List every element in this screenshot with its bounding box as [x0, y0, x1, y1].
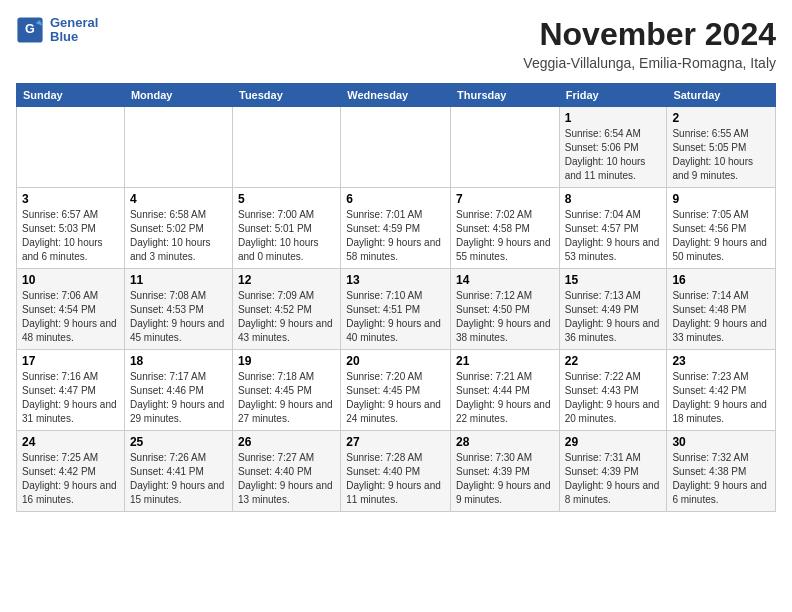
day-number: 10 [22, 273, 119, 287]
day-cell: 13Sunrise: 7:10 AM Sunset: 4:51 PM Dayli… [341, 269, 451, 350]
day-number: 24 [22, 435, 119, 449]
day-cell: 7Sunrise: 7:02 AM Sunset: 4:58 PM Daylig… [450, 188, 559, 269]
day-number: 20 [346, 354, 445, 368]
day-info: Sunrise: 7:05 AM Sunset: 4:56 PM Dayligh… [672, 208, 770, 264]
day-info: Sunrise: 7:09 AM Sunset: 4:52 PM Dayligh… [238, 289, 335, 345]
day-info: Sunrise: 7:08 AM Sunset: 4:53 PM Dayligh… [130, 289, 227, 345]
day-number: 6 [346, 192, 445, 206]
day-cell: 15Sunrise: 7:13 AM Sunset: 4:49 PM Dayli… [559, 269, 667, 350]
day-info: Sunrise: 7:17 AM Sunset: 4:46 PM Dayligh… [130, 370, 227, 426]
day-number: 18 [130, 354, 227, 368]
header-saturday: Saturday [667, 84, 776, 107]
day-info: Sunrise: 7:01 AM Sunset: 4:59 PM Dayligh… [346, 208, 445, 264]
week-row-1: 1Sunrise: 6:54 AM Sunset: 5:06 PM Daylig… [17, 107, 776, 188]
day-cell: 20Sunrise: 7:20 AM Sunset: 4:45 PM Dayli… [341, 350, 451, 431]
calendar-body: 1Sunrise: 6:54 AM Sunset: 5:06 PM Daylig… [17, 107, 776, 512]
day-cell: 25Sunrise: 7:26 AM Sunset: 4:41 PM Dayli… [124, 431, 232, 512]
day-cell: 24Sunrise: 7:25 AM Sunset: 4:42 PM Dayli… [17, 431, 125, 512]
day-number: 25 [130, 435, 227, 449]
day-number: 11 [130, 273, 227, 287]
day-number: 28 [456, 435, 554, 449]
day-cell: 22Sunrise: 7:22 AM Sunset: 4:43 PM Dayli… [559, 350, 667, 431]
day-cell [17, 107, 125, 188]
day-cell: 12Sunrise: 7:09 AM Sunset: 4:52 PM Dayli… [233, 269, 341, 350]
day-number: 8 [565, 192, 662, 206]
day-cell: 3Sunrise: 6:57 AM Sunset: 5:03 PM Daylig… [17, 188, 125, 269]
day-info: Sunrise: 7:23 AM Sunset: 4:42 PM Dayligh… [672, 370, 770, 426]
day-cell: 10Sunrise: 7:06 AM Sunset: 4:54 PM Dayli… [17, 269, 125, 350]
day-number: 19 [238, 354, 335, 368]
day-cell: 30Sunrise: 7:32 AM Sunset: 4:38 PM Dayli… [667, 431, 776, 512]
day-number: 12 [238, 273, 335, 287]
day-info: Sunrise: 6:55 AM Sunset: 5:05 PM Dayligh… [672, 127, 770, 183]
day-info: Sunrise: 6:54 AM Sunset: 5:06 PM Dayligh… [565, 127, 662, 183]
day-number: 13 [346, 273, 445, 287]
day-number: 23 [672, 354, 770, 368]
day-info: Sunrise: 7:12 AM Sunset: 4:50 PM Dayligh… [456, 289, 554, 345]
day-info: Sunrise: 7:16 AM Sunset: 4:47 PM Dayligh… [22, 370, 119, 426]
day-cell [124, 107, 232, 188]
day-number: 7 [456, 192, 554, 206]
day-info: Sunrise: 6:58 AM Sunset: 5:02 PM Dayligh… [130, 208, 227, 264]
day-number: 1 [565, 111, 662, 125]
day-info: Sunrise: 7:28 AM Sunset: 4:40 PM Dayligh… [346, 451, 445, 507]
logo-text: General Blue [50, 16, 98, 45]
day-number: 22 [565, 354, 662, 368]
day-number: 16 [672, 273, 770, 287]
day-info: Sunrise: 7:22 AM Sunset: 4:43 PM Dayligh… [565, 370, 662, 426]
logo-line1: General [50, 16, 98, 30]
day-info: Sunrise: 7:26 AM Sunset: 4:41 PM Dayligh… [130, 451, 227, 507]
day-cell: 5Sunrise: 7:00 AM Sunset: 5:01 PM Daylig… [233, 188, 341, 269]
week-row-4: 17Sunrise: 7:16 AM Sunset: 4:47 PM Dayli… [17, 350, 776, 431]
day-number: 30 [672, 435, 770, 449]
calendar-header: SundayMondayTuesdayWednesdayThursdayFrid… [17, 84, 776, 107]
calendar-table: SundayMondayTuesdayWednesdayThursdayFrid… [16, 83, 776, 512]
day-info: Sunrise: 7:14 AM Sunset: 4:48 PM Dayligh… [672, 289, 770, 345]
week-row-5: 24Sunrise: 7:25 AM Sunset: 4:42 PM Dayli… [17, 431, 776, 512]
day-info: Sunrise: 7:00 AM Sunset: 5:01 PM Dayligh… [238, 208, 335, 264]
day-cell: 14Sunrise: 7:12 AM Sunset: 4:50 PM Dayli… [450, 269, 559, 350]
day-number: 27 [346, 435, 445, 449]
header-monday: Monday [124, 84, 232, 107]
month-title: November 2024 [523, 16, 776, 53]
day-info: Sunrise: 7:04 AM Sunset: 4:57 PM Dayligh… [565, 208, 662, 264]
day-cell: 26Sunrise: 7:27 AM Sunset: 4:40 PM Dayli… [233, 431, 341, 512]
day-info: Sunrise: 7:06 AM Sunset: 4:54 PM Dayligh… [22, 289, 119, 345]
day-cell: 4Sunrise: 6:58 AM Sunset: 5:02 PM Daylig… [124, 188, 232, 269]
day-cell: 11Sunrise: 7:08 AM Sunset: 4:53 PM Dayli… [124, 269, 232, 350]
day-info: Sunrise: 7:21 AM Sunset: 4:44 PM Dayligh… [456, 370, 554, 426]
day-cell: 2Sunrise: 6:55 AM Sunset: 5:05 PM Daylig… [667, 107, 776, 188]
day-cell: 16Sunrise: 7:14 AM Sunset: 4:48 PM Dayli… [667, 269, 776, 350]
logo-line2: Blue [50, 30, 98, 44]
day-cell [341, 107, 451, 188]
day-cell: 29Sunrise: 7:31 AM Sunset: 4:39 PM Dayli… [559, 431, 667, 512]
svg-text:G: G [25, 22, 35, 36]
day-info: Sunrise: 7:31 AM Sunset: 4:39 PM Dayligh… [565, 451, 662, 507]
week-row-2: 3Sunrise: 6:57 AM Sunset: 5:03 PM Daylig… [17, 188, 776, 269]
header-wednesday: Wednesday [341, 84, 451, 107]
logo-icon: G [16, 16, 44, 44]
header-thursday: Thursday [450, 84, 559, 107]
day-cell: 21Sunrise: 7:21 AM Sunset: 4:44 PM Dayli… [450, 350, 559, 431]
day-cell [233, 107, 341, 188]
day-cell: 23Sunrise: 7:23 AM Sunset: 4:42 PM Dayli… [667, 350, 776, 431]
day-cell: 17Sunrise: 7:16 AM Sunset: 4:47 PM Dayli… [17, 350, 125, 431]
day-cell: 9Sunrise: 7:05 AM Sunset: 4:56 PM Daylig… [667, 188, 776, 269]
day-info: Sunrise: 7:02 AM Sunset: 4:58 PM Dayligh… [456, 208, 554, 264]
day-cell: 18Sunrise: 7:17 AM Sunset: 4:46 PM Dayli… [124, 350, 232, 431]
week-row-3: 10Sunrise: 7:06 AM Sunset: 4:54 PM Dayli… [17, 269, 776, 350]
day-info: Sunrise: 7:25 AM Sunset: 4:42 PM Dayligh… [22, 451, 119, 507]
header-friday: Friday [559, 84, 667, 107]
day-info: Sunrise: 6:57 AM Sunset: 5:03 PM Dayligh… [22, 208, 119, 264]
location-subtitle: Veggia-Villalunga, Emilia-Romagna, Italy [523, 55, 776, 71]
logo: G General Blue [16, 16, 98, 45]
day-number: 3 [22, 192, 119, 206]
day-number: 5 [238, 192, 335, 206]
header-sunday: Sunday [17, 84, 125, 107]
top-row: G General Blue November 2024 Veggia-Vill… [16, 16, 776, 79]
day-cell: 8Sunrise: 7:04 AM Sunset: 4:57 PM Daylig… [559, 188, 667, 269]
day-number: 21 [456, 354, 554, 368]
day-number: 9 [672, 192, 770, 206]
day-info: Sunrise: 7:10 AM Sunset: 4:51 PM Dayligh… [346, 289, 445, 345]
title-block: November 2024 Veggia-Villalunga, Emilia-… [523, 16, 776, 79]
